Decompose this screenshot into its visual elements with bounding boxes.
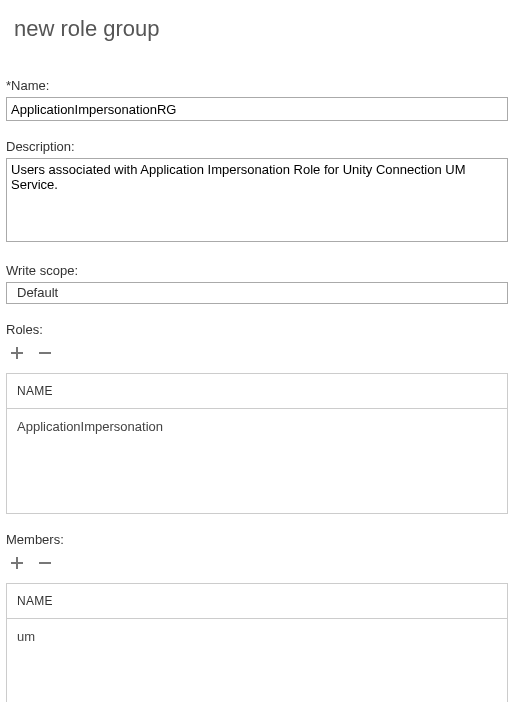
name-input[interactable]: [6, 97, 508, 121]
plus-icon: [9, 345, 25, 364]
list-item[interactable]: ApplicationImpersonation: [17, 419, 497, 434]
roles-list: NAME ApplicationImpersonation: [6, 373, 508, 514]
list-item[interactable]: um: [17, 629, 497, 644]
members-toolbar: [8, 555, 508, 573]
members-list-header: NAME: [7, 584, 507, 619]
roles-label: Roles:: [6, 322, 508, 337]
members-section: Members: NAME um: [6, 532, 508, 702]
members-remove-button[interactable]: [36, 555, 54, 573]
description-section: Description: Users associated with Appli…: [6, 139, 508, 245]
write-scope-section: Write scope: Default: [6, 263, 508, 304]
description-input[interactable]: Users associated with Application Impers…: [6, 158, 508, 242]
minus-icon: [37, 555, 53, 574]
name-section: *Name:: [6, 78, 508, 121]
write-scope-label: Write scope:: [6, 263, 508, 278]
page-title: new role group: [14, 16, 504, 42]
roles-list-body[interactable]: ApplicationImpersonation: [7, 409, 507, 513]
minus-icon: [37, 345, 53, 364]
members-label: Members:: [6, 532, 508, 547]
members-list-body[interactable]: um: [7, 619, 507, 702]
write-scope-select[interactable]: Default: [6, 282, 508, 304]
roles-add-button[interactable]: [8, 345, 26, 363]
roles-list-header: NAME: [7, 374, 507, 409]
roles-section: Roles: NAME ApplicationImpersonation: [6, 322, 508, 514]
members-list: NAME um: [6, 583, 508, 702]
roles-toolbar: [8, 345, 508, 363]
plus-icon: [9, 555, 25, 574]
description-label: Description:: [6, 139, 508, 154]
members-add-button[interactable]: [8, 555, 26, 573]
name-label: *Name:: [6, 78, 508, 93]
roles-remove-button[interactable]: [36, 345, 54, 363]
